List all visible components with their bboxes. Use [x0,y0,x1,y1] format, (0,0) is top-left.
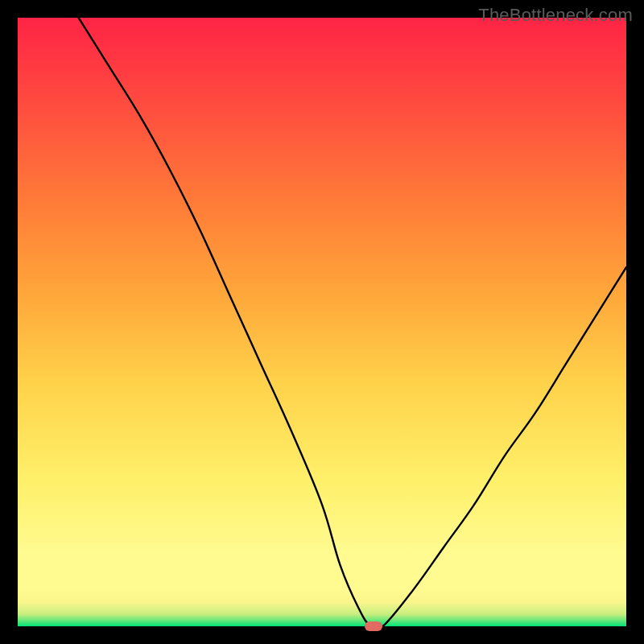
min-marker [365,621,382,631]
curve-svg [18,18,626,626]
watermark-label: TheBottleneck.com [478,5,633,26]
bottleneck-curve [79,18,626,626]
plot-area [18,18,626,626]
chart-frame: TheBottleneck.com [0,0,644,644]
